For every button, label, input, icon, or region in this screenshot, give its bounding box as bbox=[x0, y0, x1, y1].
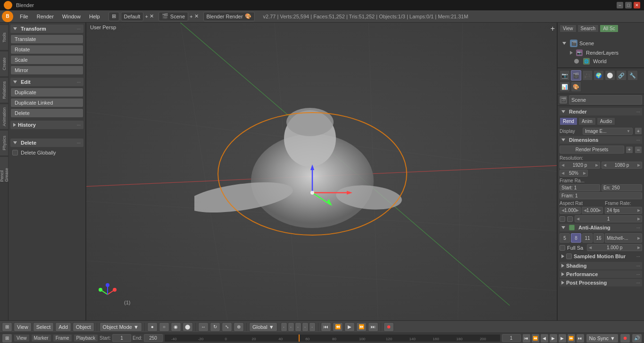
timeline-playback[interactable]: Playback bbox=[74, 334, 99, 342]
full-sample-checkbox[interactable] bbox=[560, 245, 565, 251]
toolbar-editor-type[interactable]: ⊞ bbox=[2, 322, 12, 332]
right-tab-view[interactable]: View bbox=[560, 24, 577, 33]
material-shade-btn[interactable]: ⬤ bbox=[183, 322, 193, 332]
display-plus-btn[interactable]: + bbox=[635, 127, 642, 135]
render-presets-plus[interactable]: + bbox=[626, 146, 633, 154]
play-end-btn[interactable]: ⏭ bbox=[368, 322, 378, 332]
translate-tool-btn[interactable]: ↔ bbox=[198, 322, 209, 332]
tab-physics[interactable]: Physics bbox=[0, 130, 8, 156]
right-tab-search[interactable]: Search bbox=[577, 24, 599, 33]
timeline-editor-type[interactable]: ⊞ bbox=[2, 334, 12, 343]
history-section-header[interactable]: History ··· bbox=[10, 121, 84, 129]
aa-btn-16[interactable]: 16 bbox=[594, 233, 604, 243]
aa-btn-8[interactable]: 8 bbox=[571, 233, 581, 243]
prop-icon-scene[interactable]: 🎥 bbox=[582, 70, 593, 81]
layout-plus-btn[interactable]: + bbox=[145, 14, 148, 19]
scene-dropdown[interactable]: 🎬 Scene bbox=[159, 12, 188, 21]
timeline-marker[interactable]: Marker bbox=[31, 334, 51, 342]
sync-mode-dropdown[interactable]: No Sync ▼ bbox=[586, 334, 619, 343]
tab-grease-pencil[interactable]: Grease Pencil bbox=[0, 156, 8, 182]
render-presets-btn[interactable]: Render Presets bbox=[560, 146, 624, 154]
aa-btn-5[interactable]: 5 bbox=[560, 233, 570, 243]
right-tab-all[interactable]: All Sc bbox=[600, 24, 619, 33]
performance-section-header[interactable]: Performance ··· bbox=[560, 270, 642, 278]
transform-section-header[interactable]: Transform ··· bbox=[10, 24, 84, 33]
timeline-ruler[interactable]: -40 -20 0 20 40 60 80 100 120 140 160 18… bbox=[164, 334, 501, 342]
tab-animation[interactable]: Animation bbox=[0, 104, 8, 130]
frame-current[interactable]: Fram: 1 bbox=[560, 192, 642, 199]
full-sample-value[interactable]: ◀ 1.000 p ▶ bbox=[587, 244, 642, 251]
mirror-button[interactable]: Mirror bbox=[10, 65, 84, 75]
tab-create[interactable]: Create bbox=[0, 51, 8, 77]
duplicate-button[interactable]: Duplicate bbox=[10, 88, 84, 97]
sampled-motion-row[interactable]: Sampled Motion Blur ··· bbox=[560, 253, 642, 260]
menu-file[interactable]: File bbox=[16, 13, 32, 20]
prop-icon-camera[interactable]: 📷 bbox=[560, 70, 570, 81]
tl-prev-key[interactable]: ⏪ bbox=[531, 334, 540, 343]
tl-play-fwd[interactable]: ▶ bbox=[549, 334, 558, 343]
tab-tools[interactable]: Tools bbox=[0, 24, 8, 50]
prop-icon-constraints[interactable]: 🔗 bbox=[616, 70, 627, 81]
time-rem-value[interactable]: ◀ 1 ▶ bbox=[575, 215, 642, 222]
render-presets-minus[interactable]: – bbox=[635, 146, 642, 154]
timeline-start-input[interactable] bbox=[112, 334, 131, 342]
resolution-height[interactable]: ◀ 1080 p ▶ bbox=[602, 162, 642, 169]
delete-button[interactable]: Delete bbox=[10, 108, 84, 118]
menu-help[interactable]: Help bbox=[85, 13, 104, 20]
texture-shade-btn[interactable]: ◉ bbox=[171, 322, 181, 332]
current-frame-input[interactable] bbox=[502, 334, 521, 342]
time-rem-checkbox1[interactable] bbox=[560, 216, 565, 222]
play-start-btn[interactable]: ⏮ bbox=[321, 322, 331, 332]
layer-btn-4[interactable]: · bbox=[302, 322, 309, 332]
resolution-width[interactable]: ◀ 1920 p ▶ bbox=[560, 162, 600, 169]
tab-relations[interactable]: Relations bbox=[0, 77, 8, 103]
post-processing-section-header[interactable]: Post Processing ··· bbox=[560, 279, 642, 286]
scene-render-layers[interactable]: 📷 RenderLayers bbox=[568, 49, 642, 57]
prop-icon-material[interactable]: 🎨 bbox=[571, 82, 581, 92]
dimensions-section-header[interactable]: Dimensions ··· bbox=[560, 136, 642, 144]
aa-checkbox[interactable] bbox=[569, 225, 575, 230]
duplicate-linked-button[interactable]: Duplicate Linked bbox=[10, 98, 84, 107]
rotate-button[interactable]: Rotate bbox=[10, 45, 84, 54]
property-scene-input[interactable] bbox=[569, 95, 642, 105]
render-tab-audio[interactable]: Audio bbox=[597, 117, 616, 125]
wire-shade-btn[interactable]: ○ bbox=[159, 322, 169, 332]
tl-jump-start[interactable]: ⏮ bbox=[522, 334, 531, 343]
toolbar-select[interactable]: Select bbox=[33, 322, 54, 332]
maximize-button[interactable]: □ bbox=[625, 2, 632, 8]
transform-tool-btn[interactable]: ⊕ bbox=[234, 322, 244, 332]
tl-next-key[interactable]: ⏩ bbox=[567, 334, 576, 343]
tl-next-frame[interactable]: ▶ bbox=[558, 334, 567, 343]
prop-icon-render[interactable]: 🎬 bbox=[571, 70, 581, 81]
object-mode-dropdown[interactable]: Object Mode ▼ bbox=[100, 322, 142, 332]
tl-audio-btn[interactable]: 🔊 bbox=[632, 334, 642, 343]
frame-rate-value[interactable]: 24 fps ▶ bbox=[605, 207, 642, 214]
close-button[interactable]: ✕ bbox=[634, 2, 640, 8]
prop-icon-modifiers[interactable]: 🔧 bbox=[627, 70, 638, 81]
anti-alias-header[interactable]: Anti-Aliasing ··· bbox=[560, 224, 642, 231]
toolbar-add[interactable]: Add bbox=[55, 322, 71, 332]
play-fwd-btn[interactable]: ⏩ bbox=[356, 322, 367, 332]
translate-button[interactable]: Translate bbox=[10, 34, 84, 44]
shading-section-header[interactable]: Shading ··· bbox=[560, 262, 642, 270]
prop-icon-object[interactable]: ⚪ bbox=[605, 70, 615, 81]
frame-end[interactable]: En: 250 bbox=[602, 184, 642, 191]
resolution-percent[interactable]: ◀ 50% ▶ bbox=[560, 170, 588, 177]
layer-btn-2[interactable]: · bbox=[288, 322, 294, 332]
scene-x-btn[interactable]: ✕ bbox=[194, 13, 199, 19]
menu-window[interactable]: Window bbox=[59, 13, 84, 20]
aa-filter[interactable]: Mitchell-... ▶ bbox=[605, 233, 642, 243]
timeline-frame-btn[interactable]: Frame bbox=[53, 334, 72, 342]
scene-tree-scene[interactable]: 🎬 Scene bbox=[560, 38, 642, 49]
minimize-button[interactable]: – bbox=[617, 2, 623, 8]
edit-section-header[interactable]: Edit ··· bbox=[10, 78, 84, 86]
play-back-btn[interactable]: ⏪ bbox=[333, 322, 343, 332]
solid-shade-btn[interactable]: ● bbox=[147, 322, 158, 332]
rotate-tool-btn[interactable]: ↻ bbox=[210, 322, 220, 332]
time-rem-checkbox2[interactable] bbox=[567, 216, 573, 222]
global-local-dropdown[interactable]: Global ▼ bbox=[249, 322, 277, 332]
prop-icon-world[interactable]: 🌍 bbox=[594, 70, 604, 81]
display-value[interactable]: Image E... ▼ bbox=[583, 128, 633, 135]
layer-btn-3[interactable]: · bbox=[295, 322, 301, 332]
aspect-x[interactable]: ◀ 1.000 ▶ bbox=[560, 207, 581, 214]
